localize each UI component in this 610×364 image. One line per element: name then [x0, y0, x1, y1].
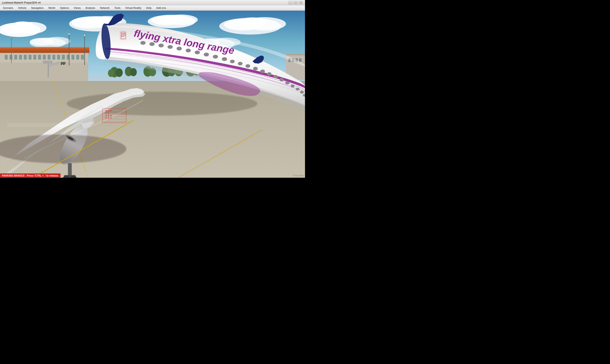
svg-point-130 [123, 35, 124, 36]
svg-rect-43 [5, 55, 8, 60]
svg-point-65 [68, 33, 70, 35]
svg-rect-51 [43, 55, 46, 60]
svg-point-154 [105, 112, 107, 114]
menu-virtual-reality[interactable]: Virtual Reality [123, 6, 144, 10]
menu-tools[interactable]: Tools [112, 6, 123, 10]
maximize-button[interactable]: □ [294, 1, 298, 4]
svg-rect-46 [19, 55, 22, 60]
svg-point-131 [124, 35, 125, 36]
parking-brakes-message: PARKING BRAKES - Press 'CTRL + .' to rel… [0, 173, 61, 178]
svg-point-67 [84, 35, 85, 36]
svg-rect-74 [286, 54, 305, 55]
svg-point-110 [230, 60, 235, 63]
svg-rect-61 [48, 63, 49, 78]
svg-point-119 [291, 85, 295, 88]
menu-views[interactable]: Views [71, 6, 83, 10]
svg-rect-55 [62, 55, 65, 60]
svg-point-129 [121, 35, 122, 36]
svg-point-120 [296, 88, 299, 91]
svg-point-4 [11, 21, 35, 31]
title-bar: Lockheed Martin® Prepar3D® v4 – □ ✕ [0, 0, 305, 5]
svg-rect-99 [7, 123, 62, 127]
status-bar: PARKING BRAKES - Press 'CTRL + .' to rel… [0, 173, 305, 178]
svg-point-118 [285, 81, 289, 85]
svg-rect-47 [24, 55, 27, 60]
window-controls: – □ ✕ [288, 1, 303, 4]
svg-rect-71 [63, 64, 64, 65]
svg-rect-45 [14, 55, 17, 60]
close-button[interactable]: ✕ [299, 1, 303, 4]
svg-point-69 [11, 36, 12, 37]
svg-rect-44 [10, 55, 13, 60]
svg-point-111 [238, 62, 243, 65]
svg-point-113 [253, 67, 258, 70]
svg-point-156 [105, 115, 107, 116]
svg-point-100 [140, 41, 146, 45]
svg-point-80 [116, 68, 123, 77]
svg-point-132 [121, 36, 122, 37]
svg-point-103 [168, 45, 173, 49]
svg-point-108 [213, 55, 218, 59]
svg-point-158 [110, 115, 112, 116]
svg-point-83 [130, 68, 137, 76]
title-text: Lockheed Martin® Prepar3D® v4 [2, 1, 40, 4]
svg-point-11 [164, 14, 198, 25]
svg-rect-52 [48, 55, 51, 60]
menu-network[interactable]: Network [97, 6, 112, 10]
svg-rect-63 [43, 61, 52, 64]
svg-rect-59 [81, 55, 84, 60]
menu-help[interactable]: Help [144, 6, 154, 10]
svg-point-128 [124, 33, 125, 34]
svg-rect-72 [61, 64, 62, 65]
svg-rect-42 [0, 47, 89, 48]
svg-rect-57 [71, 55, 74, 60]
svg-point-15 [238, 17, 267, 27]
menu-bar: Scenario Vehicle Navigation World Option… [0, 5, 305, 11]
minimize-button[interactable]: – [288, 1, 293, 4]
svg-point-153 [110, 110, 112, 112]
watermark: ©FSCenter [293, 174, 305, 177]
svg-point-121 [300, 91, 304, 94]
menu-add-ons[interactable]: Add-ons [154, 6, 169, 10]
svg-rect-50 [38, 55, 41, 60]
svg-rect-53 [52, 55, 55, 60]
menu-scenario[interactable]: Scenario [0, 6, 15, 10]
svg-point-104 [177, 47, 182, 51]
svg-rect-41 [0, 48, 89, 53]
svg-point-133 [123, 36, 124, 37]
svg-point-152 [108, 110, 109, 112]
menu-options[interactable]: Options [57, 6, 71, 10]
svg-point-109 [222, 57, 227, 61]
svg-point-116 [273, 75, 278, 78]
svg-rect-60 [0, 63, 88, 81]
viewport: flying xtra long range [0, 11, 305, 178]
svg-point-126 [121, 33, 122, 34]
menu-vehicle[interactable]: Vehicle [15, 6, 29, 10]
menu-navigation[interactable]: Navigation [29, 6, 46, 10]
svg-point-114 [260, 70, 265, 73]
svg-point-159 [105, 117, 107, 119]
svg-point-151 [105, 110, 107, 112]
svg-point-102 [158, 44, 164, 47]
svg-point-81 [108, 69, 114, 77]
svg-rect-49 [33, 55, 36, 60]
svg-point-160 [108, 117, 109, 119]
menu-world[interactable]: World [46, 6, 58, 10]
svg-point-105 [186, 49, 191, 52]
svg-rect-58 [76, 55, 79, 60]
scene: flying xtra long range [0, 11, 305, 178]
svg-point-127 [123, 33, 124, 34]
svg-rect-54 [57, 55, 60, 60]
svg-point-101 [149, 42, 155, 46]
svg-point-106 [195, 51, 200, 54]
svg-point-107 [204, 53, 209, 56]
svg-rect-48 [29, 55, 31, 60]
svg-point-117 [280, 78, 284, 81]
svg-point-18 [44, 37, 70, 46]
svg-point-157 [108, 115, 109, 116]
menu-analysis[interactable]: Analysis [83, 6, 98, 10]
svg-point-115 [267, 72, 272, 76]
scene-svg: flying xtra long range [0, 11, 305, 178]
svg-point-112 [246, 64, 250, 68]
svg-point-161 [110, 117, 112, 119]
